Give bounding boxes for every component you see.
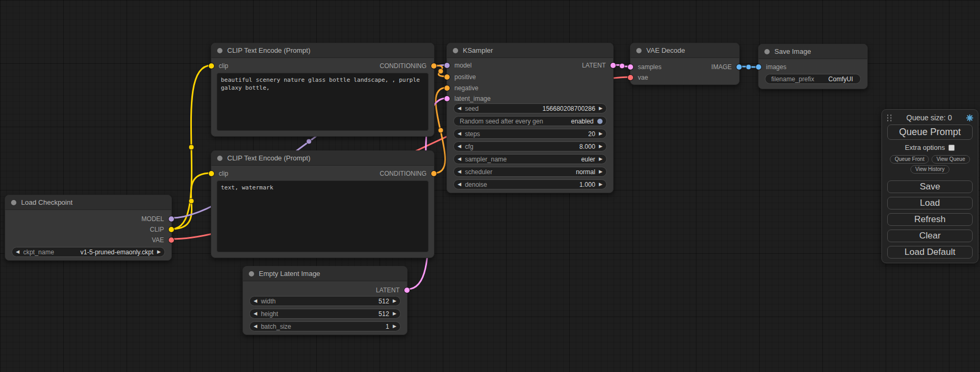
model-input-dot[interactable]	[444, 63, 450, 68]
refresh-button[interactable]: Refresh	[887, 213, 973, 226]
node-ksampler[interactable]: KSampler model LATENT positive negative …	[447, 43, 614, 193]
node-empty-latent-image[interactable]: Empty Latent Image LATENT ◀ width 512 ▶ …	[242, 266, 407, 335]
conditioning-output-dot[interactable]	[431, 63, 436, 69]
increment-arrow-icon[interactable]: ▶	[599, 169, 603, 174]
node-title-bar[interactable]: Save Image	[759, 44, 867, 59]
widget-steps[interactable]: ◀ steps 20 ▶	[453, 129, 607, 139]
node-save-image[interactable]: Save Image images filename_prefix ComfyU…	[758, 44, 868, 89]
clear-button[interactable]: Clear	[887, 230, 973, 242]
link-midpoint-dot[interactable]	[189, 198, 194, 204]
increment-arrow-icon[interactable]: ▶	[393, 299, 396, 303]
node-title-bar[interactable]: CLIP Text Encode (Prompt)	[211, 151, 434, 166]
increment-arrow-icon[interactable]: ▶	[599, 144, 603, 149]
node-load-checkpoint[interactable]: Load Checkpoint MODEL CLIP VAE ◀ ckpt_na…	[5, 195, 172, 261]
queue-prompt-button[interactable]: Queue Prompt	[887, 125, 973, 140]
widget-name: ckpt_name	[23, 249, 54, 256]
collapse-dot-icon[interactable]	[217, 156, 222, 161]
clip-input-dot[interactable]	[209, 171, 214, 176]
widget-filename-prefix[interactable]: filename_prefix ComfyUI	[765, 74, 861, 84]
widget-cfg[interactable]: ◀ cfg 8.000 ▶	[453, 141, 607, 151]
positive-prompt-textarea[interactable]: beautiful scenery nature glass bottle la…	[217, 73, 429, 131]
collapse-dot-icon[interactable]	[249, 271, 254, 276]
clip-output-dot[interactable]	[169, 227, 174, 232]
images-input-dot[interactable]	[756, 64, 761, 70]
decrement-arrow-icon[interactable]: ◀	[458, 144, 461, 149]
widget-sampler-name[interactable]: ◀ sampler_name euler ▶	[453, 154, 607, 164]
decrement-arrow-icon[interactable]: ◀	[458, 157, 461, 161]
widget-batch-size[interactable]: ◀ batch_size 1 ▶	[249, 321, 401, 331]
drag-handle-icon[interactable]	[886, 114, 892, 121]
extra-options-checkbox[interactable]	[948, 145, 955, 151]
collapse-dot-icon[interactable]	[636, 48, 642, 53]
link-midpoint-dot[interactable]	[306, 139, 312, 144]
widget-denoise[interactable]: ◀ denoise 1.000 ▶	[453, 179, 607, 189]
widget-width[interactable]: ◀ width 512 ▶	[249, 296, 401, 306]
node-clip-text-encode-negative[interactable]: CLIP Text Encode (Prompt) clip CONDITION…	[211, 150, 434, 258]
collapse-dot-icon[interactable]	[11, 200, 16, 205]
input-slot-latent-image: latent_image	[447, 94, 613, 103]
save-button[interactable]: Save	[887, 180, 973, 193]
conditioning-output-dot[interactable]	[431, 171, 436, 176]
view-history-button[interactable]: View History	[910, 165, 949, 174]
increment-arrow-icon[interactable]: ▶	[157, 250, 161, 254]
node-clip-text-encode-positive[interactable]: CLIP Text Encode (Prompt) clip CONDITION…	[211, 43, 434, 137]
link-midpoint-dot[interactable]	[438, 69, 443, 74]
vae-input-dot[interactable]	[628, 75, 633, 80]
increment-arrow-icon[interactable]: ▶	[599, 182, 603, 187]
node-title-bar[interactable]: Empty Latent Image	[243, 266, 407, 281]
decrement-arrow-icon[interactable]: ◀	[254, 299, 257, 303]
node-title-bar[interactable]: VAE Decode	[630, 43, 739, 58]
widget-scheduler[interactable]: ◀ scheduler normal ▶	[453, 167, 607, 177]
decrement-arrow-icon[interactable]: ◀	[458, 169, 461, 174]
decrement-arrow-icon[interactable]: ◀	[458, 182, 461, 187]
latent-output-dot[interactable]	[404, 288, 410, 293]
node-title: Load Checkpoint	[21, 198, 73, 206]
node-vae-decode[interactable]: VAE Decode samples IMAGE vae	[630, 43, 740, 85]
decrement-arrow-icon[interactable]: ◀	[458, 106, 461, 111]
negative-input-dot[interactable]	[444, 85, 450, 91]
widget-seed[interactable]: ◀ seed 156680208700286 ▶	[453, 103, 607, 113]
load-default-button[interactable]: Load Default	[887, 246, 973, 259]
node-graph-canvas[interactable]: Load Checkpoint MODEL CLIP VAE ◀ ckpt_na…	[0, 0, 980, 372]
node-title-bar[interactable]: KSampler	[447, 43, 613, 58]
node-title-bar[interactable]: Load Checkpoint	[5, 195, 171, 210]
decrement-arrow-icon[interactable]: ◀	[254, 324, 257, 329]
decrement-arrow-icon[interactable]: ◀	[16, 250, 20, 254]
increment-arrow-icon[interactable]: ▶	[393, 324, 396, 329]
collapse-dot-icon[interactable]	[453, 48, 458, 53]
link-midpoint-dot[interactable]	[189, 145, 194, 150]
image-output-dot[interactable]	[736, 64, 742, 70]
load-button[interactable]: Load	[887, 197, 973, 209]
clip-input-dot[interactable]	[209, 63, 214, 69]
widget-random-seed-toggle[interactable]: Random seed after every gen enabled	[453, 116, 607, 126]
widget-ckpt-name[interactable]: ◀ ckpt_name v1-5-pruned-emaonly.ckpt ▶	[12, 247, 165, 257]
positive-input-dot[interactable]	[444, 74, 450, 80]
latent-output-dot[interactable]	[610, 63, 616, 68]
collapse-dot-icon[interactable]	[217, 48, 222, 53]
increment-arrow-icon[interactable]: ▶	[599, 131, 603, 136]
increment-arrow-icon[interactable]: ▶	[599, 106, 603, 111]
toggle-dot-icon[interactable]	[597, 119, 603, 124]
collapse-dot-icon[interactable]	[764, 49, 770, 54]
output-slot-model: MODEL	[5, 214, 171, 224]
decrement-arrow-icon[interactable]: ◀	[458, 131, 461, 136]
queue-front-button[interactable]: Queue Front	[890, 155, 929, 164]
node-title-bar[interactable]: CLIP Text Encode (Prompt)	[211, 43, 434, 58]
negative-prompt-textarea[interactable]: text, watermark	[217, 180, 429, 252]
model-output-dot[interactable]	[169, 216, 174, 222]
slot-row: clip CONDITIONING	[211, 169, 434, 178]
settings-gear-icon[interactable]	[966, 114, 974, 122]
latent-image-input-dot[interactable]	[444, 96, 450, 101]
samples-input-dot[interactable]	[628, 64, 633, 70]
widget-height[interactable]: ◀ height 512 ▶	[249, 309, 401, 319]
link-midpoint-dot[interactable]	[438, 128, 443, 133]
increment-arrow-icon[interactable]: ▶	[393, 311, 396, 316]
vae-output-dot[interactable]	[169, 237, 174, 243]
slot-label: model	[454, 62, 472, 69]
link-midpoint-dot[interactable]	[746, 64, 751, 70]
widget-value: normal	[576, 168, 595, 176]
view-queue-button[interactable]: View Queue	[932, 155, 969, 164]
decrement-arrow-icon[interactable]: ◀	[254, 311, 257, 316]
increment-arrow-icon[interactable]: ▶	[599, 157, 603, 161]
link-midpoint-dot[interactable]	[619, 63, 625, 69]
